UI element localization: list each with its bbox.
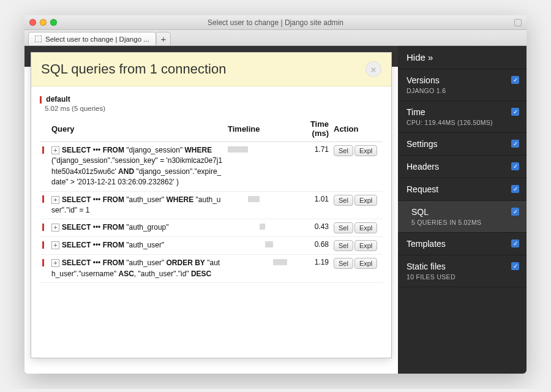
query-sql: SELECT ••• FROM "auth_group" [62, 223, 169, 232]
window-titlebar: Select user to change | Django site admi… [24, 15, 527, 30]
checkbox-icon[interactable] [511, 76, 519, 84]
expand-icon[interactable]: + [51, 224, 59, 232]
timeline-bar [265, 241, 273, 247]
query-marker-icon [42, 146, 44, 154]
expl-button[interactable]: Expl [354, 222, 377, 233]
query-marker-icon [42, 259, 44, 266]
sidebar-item-title: Time [407, 107, 518, 117]
timeline-cell [228, 145, 287, 154]
checkbox-icon[interactable] [511, 185, 519, 193]
page-viewport: change password / Log out Hide » Version… [24, 46, 527, 374]
sidebar-item-request[interactable]: Request [398, 178, 527, 201]
expl-button[interactable]: Expl [354, 145, 377, 156]
timeline-cell [228, 240, 287, 249]
timeline-cell [228, 258, 287, 266]
checkbox-icon[interactable] [511, 262, 519, 270]
sidebar-item-title: SQL [407, 207, 518, 217]
sidebar-item-title: Static files [407, 262, 518, 271]
new-tab-button[interactable]: + [156, 32, 171, 45]
sidebar-item-title: Headers [407, 162, 518, 172]
debug-toolbar-sidebar: Hide » VersionsDJANGO 1.6TimeCPU: 119.44… [398, 46, 527, 374]
query-sql: SELECT ••• FROM "django_session" WHERE (… [51, 146, 222, 186]
sidebar-hide-button[interactable]: Hide » [398, 46, 527, 69]
sidebar-item-templates[interactable]: Templates [398, 233, 527, 255]
col-time: Time (ms) [290, 116, 331, 142]
sidebar-item-settings[interactable]: Settings [398, 133, 527, 156]
tab-bar: Select user to change | Django ... + [24, 30, 527, 46]
checkbox-icon[interactable] [511, 108, 519, 116]
sidebar-item-title: Templates [407, 239, 518, 249]
window-close-icon[interactable] [29, 19, 36, 26]
query-row: +SELECT ••• FROM "auth_user" ORDER BY "a… [40, 255, 383, 283]
timeline-cell [228, 195, 287, 203]
query-marker-icon [42, 224, 44, 231]
checkbox-icon[interactable] [511, 208, 519, 216]
sidebar-item-title: Versions [407, 75, 518, 85]
sel-button[interactable]: Sel [334, 145, 353, 156]
sidebar-item-static-files[interactable]: Static files10 FILES USED [398, 255, 527, 287]
sidebar-item-sub: 10 FILES USED [407, 273, 518, 281]
query-row: +SELECT ••• FROM "auth_group"0.43SelExpl [40, 219, 383, 237]
query-table: Query Timeline Time (ms) Action +SELECT … [40, 116, 383, 283]
query-time: 0.68 [290, 237, 331, 255]
sidebar-item-sub: 5 QUERIES IN 5.02MS [407, 219, 518, 226]
connection-marker-icon [40, 96, 42, 104]
connection-header: default [40, 95, 383, 104]
col-action: Action [331, 116, 383, 142]
timeline-bar [260, 224, 265, 230]
col-timeline: Timeline [225, 116, 290, 142]
sel-button[interactable]: Sel [334, 195, 353, 206]
checkbox-icon[interactable] [511, 140, 519, 148]
query-time: 0.43 [290, 219, 331, 237]
browser-tab[interactable]: Select user to change | Django ... [28, 32, 156, 45]
panel-title: SQL queries from 1 connection [41, 61, 226, 77]
query-sql: SELECT ••• FROM "auth_user" ORDER BY "au… [51, 258, 220, 277]
query-row: +SELECT ••• FROM "auth_user" WHERE "auth… [40, 191, 383, 219]
window-title: Select user to change | Django site admi… [24, 18, 527, 27]
expl-button[interactable]: Expl [354, 240, 377, 251]
sel-button[interactable]: Sel [334, 222, 353, 233]
sel-button[interactable]: Sel [334, 258, 353, 269]
window-fullscreen-icon[interactable] [514, 19, 522, 26]
expand-icon[interactable]: + [51, 146, 59, 154]
col-query: Query [49, 116, 225, 142]
expl-button[interactable]: Expl [354, 195, 377, 206]
close-icon[interactable]: × [365, 61, 381, 77]
sql-panel: SQL queries from 1 connection × default … [31, 52, 392, 358]
connection-meta: 5.02 ms (5 queries) [45, 105, 383, 112]
query-time: 1.71 [290, 142, 331, 192]
checkbox-icon[interactable] [511, 239, 519, 247]
browser-window: Select user to change | Django site admi… [24, 15, 527, 374]
sidebar-item-headers[interactable]: Headers [398, 156, 527, 178]
expl-button[interactable]: Expl [354, 258, 377, 269]
window-minimize-icon[interactable] [40, 19, 47, 26]
panel-header: SQL queries from 1 connection × [31, 53, 391, 86]
query-time: 1.19 [290, 255, 331, 283]
query-marker-icon [42, 241, 44, 249]
panel-body: default 5.02 ms (5 queries) Query Timeli… [31, 86, 391, 357]
sel-button[interactable]: Sel [334, 240, 353, 251]
favicon-icon [35, 36, 42, 42]
sidebar-item-sql[interactable]: SQL5 QUERIES IN 5.02MS [398, 201, 527, 233]
timeline-bar [248, 196, 260, 202]
query-time: 1.01 [290, 191, 331, 219]
expand-icon[interactable]: + [51, 259, 59, 267]
query-row: +SELECT ••• FROM "auth_user"0.68SelExpl [40, 237, 383, 255]
timeline-bar [273, 259, 287, 265]
expand-icon[interactable]: + [51, 196, 59, 204]
sidebar-item-versions[interactable]: VersionsDJANGO 1.6 [398, 69, 527, 101]
query-sql: SELECT ••• FROM "auth_user" [62, 241, 164, 249]
query-sql: SELECT ••• FROM "auth_user" WHERE "auth_… [51, 195, 220, 214]
sidebar-item-time[interactable]: TimeCPU: 119.44MS (126.50MS) [398, 101, 527, 133]
sidebar-item-sub: DJANGO 1.6 [407, 87, 518, 94]
sidebar-item-title: Request [407, 184, 518, 194]
tab-title: Select user to change | Django ... [45, 36, 149, 43]
traffic-lights [29, 19, 57, 26]
connection-name: default [46, 95, 70, 104]
timeline-bar [228, 146, 248, 153]
query-row: +SELECT ••• FROM "django_session" WHERE … [40, 142, 383, 192]
hide-label: Hide » [407, 52, 433, 62]
window-zoom-icon[interactable] [50, 19, 57, 26]
expand-icon[interactable]: + [51, 241, 59, 249]
checkbox-icon[interactable] [511, 162, 519, 170]
